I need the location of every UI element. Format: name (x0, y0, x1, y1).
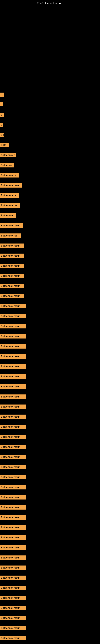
bottleneck-bar: Bottleneck r (0, 153, 16, 158)
bottleneck-bar: Bottleneck result (0, 244, 24, 248)
bottleneck-bar: Bottleneck result (0, 374, 26, 379)
bottleneck-bar: Bottleneck result (0, 485, 26, 490)
bottleneck-bar: Bottleneck result (0, 525, 26, 530)
bottleneck-bar: B (0, 113, 4, 117)
bottleneck-bar: Bottleneck result (0, 606, 26, 610)
bottleneck-bar: Bottleneck result (0, 445, 26, 449)
bottleneck-bar: Bottleneck result (0, 404, 26, 409)
bottleneck-bar: Bottleneck result (0, 435, 26, 439)
bottleneck-bar: Bottleneck result (0, 535, 26, 540)
bottleneck-bar (0, 102, 3, 106)
bottleneck-bar: Bottleneck result (0, 254, 24, 258)
bottleneck-bar: Bottleneck result (0, 495, 26, 500)
bottleneck-bar: Bottl (0, 143, 9, 147)
bottleneck-bar: Bottleneck result (0, 465, 26, 469)
bottleneck-bar: Bottleneck result (0, 294, 24, 298)
bottleneck-bar: Bottleneck result (0, 344, 26, 348)
bottleneck-bar: Bottleneck result (0, 304, 26, 308)
bottleneck-bar: Bottleneck result (0, 616, 26, 620)
bottleneck-bar: Bottleneck (0, 213, 16, 218)
bottleneck-bar: Bottleneck result (0, 515, 26, 520)
bottleneck-bar: Bottleneck re (0, 173, 19, 178)
bottleneck-bar: Bottleneck result (0, 546, 26, 550)
bottleneck-bar: Bottleneck res (0, 234, 21, 238)
bottleneck-bar: Bottleneck result (0, 394, 26, 399)
bottleneck-bar: Bottleneck result (0, 556, 26, 560)
bottleneck-bar: Bo (0, 133, 4, 137)
bottleneck-bar: Bottleneck result (0, 324, 26, 328)
bottleneck-bar: Bottleneck result (0, 626, 26, 630)
bottleneck-bar: Bottleneck result (0, 414, 26, 419)
bottleneck-bar: Bottleneck result (0, 264, 24, 268)
bottleneck-bar: Bottleneck result (0, 334, 26, 338)
bottleneck-bar: Bottleneck result (0, 354, 26, 359)
bottleneck-bar (0, 92, 3, 97)
bottleneck-bar: Bottleneck resul (0, 183, 22, 188)
bottleneck-bar: Bottleneck result (0, 586, 26, 590)
bottleneck-bar: Bottleneck result (0, 566, 26, 570)
bottleneck-bar: Bottleneck result (0, 596, 26, 600)
bottleneck-bar: Bottleneck result (0, 505, 26, 510)
bottleneck-bar: B (0, 123, 3, 127)
bottleneck-bar: Bottleneck result (0, 284, 24, 288)
bottleneck-bar: Bottleneck result (0, 636, 26, 640)
bottleneck-bar: Bottleneck res (0, 203, 20, 208)
bottleneck-bar: Bottleneck re (0, 193, 19, 198)
bottleneck-bar: Bottleneck result (0, 224, 23, 228)
bottleneck-bar: Bottleneck result (0, 274, 24, 278)
bottleneck-bar: Bottleneck result (0, 455, 26, 459)
bottleneck-bar: Bottleneck result (0, 425, 26, 429)
bottleneck-bar: Bottlenec (0, 163, 14, 168)
bottleneck-bar: Bottleneck result (0, 576, 26, 580)
bottleneck-bar: Bottleneck result (0, 314, 26, 318)
site-title: TheBottlenecker.com (37, 2, 63, 5)
bottleneck-bar: Bottleneck result (0, 475, 26, 480)
bottleneck-bar: Bottleneck result (0, 364, 26, 369)
bottleneck-bar: Bottleneck result (0, 384, 26, 389)
